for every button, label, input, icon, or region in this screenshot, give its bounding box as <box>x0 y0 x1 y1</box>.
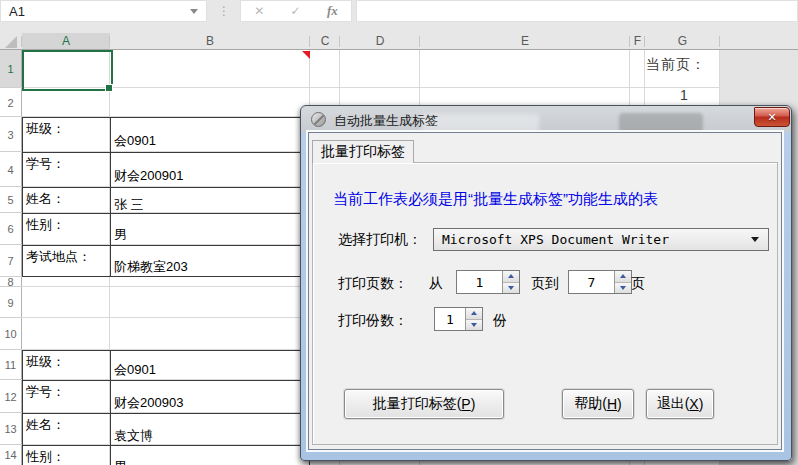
help-button[interactable]: 帮助(H) <box>562 389 634 419</box>
column-headers: A B C D E F G <box>0 33 798 50</box>
from-label: 从 <box>429 275 443 293</box>
formula-bar-grip-icon[interactable]: ⋮ <box>214 0 234 22</box>
row-header-2[interactable]: 2 <box>0 88 21 117</box>
column-header-b[interactable]: B <box>110 33 310 49</box>
column-header-e[interactable]: E <box>420 33 630 49</box>
enter-icon[interactable]: ✓ <box>291 4 301 18</box>
to-page-value: 7 <box>569 271 614 293</box>
notice-text: 当前工作表必须是用“批量生成标签”功能生成的表 <box>333 190 658 209</box>
dialog-app-icon <box>311 112 326 127</box>
cell-a3[interactable]: 班级： <box>26 120 65 138</box>
current-page-value[interactable]: 1 <box>672 87 696 103</box>
excel-window: A1 ⋮ ✕ ✓ fx A B C D E F G 1 2 3 4 5 6 7 … <box>0 0 798 465</box>
cell-a6[interactable]: 性别： <box>26 216 65 234</box>
copies-suffix: 份 <box>493 312 507 330</box>
spin-up-icon[interactable] <box>503 271 519 283</box>
to-page-spinner[interactable]: 7 <box>568 270 632 294</box>
glass-reflection <box>421 114 539 132</box>
cell-b5[interactable]: 张 三 <box>114 196 144 214</box>
button-mnemonic: P <box>461 396 470 412</box>
spin-down-icon[interactable] <box>615 283 631 294</box>
dialog-body: 批量打印标签 当前工作表必须是用“批量生成标签”功能生成的表 选择打印机： Mi… <box>309 133 781 449</box>
close-icon: ✕ <box>767 112 776 123</box>
cell-a12[interactable]: 学号： <box>26 383 65 401</box>
pages-label: 打印页数： <box>338 275 408 293</box>
from-page-spinner[interactable]: 1 <box>456 270 520 294</box>
row-header-11[interactable]: 11 <box>0 350 21 380</box>
row-header-14[interactable]: 14 <box>0 445 21 465</box>
cell-b11[interactable]: 会0901 <box>114 361 156 379</box>
current-page-label: 当前页： <box>646 56 716 74</box>
name-box-dropdown-icon[interactable] <box>190 9 198 14</box>
exit-button[interactable]: 退出(X) <box>646 389 714 419</box>
print-labels-dialog: 自动批量生成标签 ✕ 批量打印标签 当前工作表必须是用“批量生成标签”功能生成的… <box>300 105 792 461</box>
insert-function-icon[interactable]: fx <box>327 3 338 19</box>
batch-print-button[interactable]: 批量打印标签(P) <box>344 389 504 419</box>
select-all-corner[interactable] <box>5 36 17 48</box>
row-header-5[interactable]: 5 <box>0 187 21 213</box>
comment-marker-icon <box>302 51 310 59</box>
formula-bar-input[interactable] <box>356 0 798 22</box>
cell-b7[interactable]: 阶梯教室203 <box>114 258 188 276</box>
tab-batch-print-labels[interactable]: 批量打印标签 <box>312 140 414 163</box>
button-text: 帮助( <box>574 395 607 413</box>
cell-b6[interactable]: 男 <box>114 226 127 244</box>
column-header-g[interactable]: G <box>645 33 720 49</box>
row-header-4[interactable]: 4 <box>0 152 21 187</box>
button-text: ) <box>617 396 622 412</box>
row-header-9[interactable]: 9 <box>0 287 21 318</box>
glass-reflection <box>619 113 703 133</box>
column-header-c[interactable]: C <box>310 33 340 49</box>
cell-b12[interactable]: 财会200903 <box>114 394 183 412</box>
cell-b14[interactable]: 男 <box>114 458 127 465</box>
tab-label: 批量打印标签 <box>321 143 405 161</box>
copies-value: 1 <box>435 308 465 330</box>
spin-up-icon[interactable] <box>466 308 482 320</box>
cell-a4[interactable]: 学号： <box>26 155 65 173</box>
selected-cell-a1[interactable] <box>22 50 113 91</box>
cell-a14[interactable]: 性别： <box>26 448 65 465</box>
name-box-value: A1 <box>1 4 190 19</box>
cell-b13[interactable]: 袁文博 <box>114 427 153 445</box>
close-button[interactable]: ✕ <box>754 107 790 127</box>
column-header-d[interactable]: D <box>340 33 420 49</box>
row-header-7[interactable]: 7 <box>0 245 21 277</box>
copies-label: 打印份数： <box>338 312 408 330</box>
cell-a11[interactable]: 班级： <box>26 353 65 371</box>
printer-select[interactable]: Microsoft XPS Document Writer <box>433 228 769 251</box>
cell-b3[interactable]: 会0901 <box>114 132 156 150</box>
formula-bar-strip: A1 ⋮ ✕ ✓ fx <box>0 0 798 33</box>
spin-down-icon[interactable] <box>503 283 519 294</box>
spin-up-icon[interactable] <box>615 271 631 283</box>
row-header-13[interactable]: 13 <box>0 413 21 445</box>
copies-spinner[interactable]: 1 <box>434 307 483 331</box>
button-text: ) <box>471 396 476 412</box>
row-header-12[interactable]: 12 <box>0 380 21 413</box>
row-header-6[interactable]: 6 <box>0 213 21 245</box>
row-header-3[interactable]: 3 <box>0 117 21 152</box>
pages-suffix: 页 <box>631 275 645 293</box>
cell-a7[interactable]: 考试地点： <box>26 248 91 266</box>
dialog-title: 自动批量生成标签 <box>334 112 438 130</box>
to-label: 页到 <box>531 275 559 293</box>
chevron-down-icon[interactable] <box>751 237 759 242</box>
cell-b4[interactable]: 财会200901 <box>114 167 183 185</box>
button-mnemonic: H <box>607 396 617 412</box>
printer-selected-value: Microsoft XPS Document Writer <box>434 232 751 247</box>
button-mnemonic: X <box>689 396 698 412</box>
cell-a13[interactable]: 姓名： <box>26 416 65 434</box>
row-header-10[interactable]: 10 <box>0 318 21 350</box>
formula-bar-buttons: ✕ ✓ fx <box>240 0 352 22</box>
printer-label: 选择打印机： <box>338 231 422 249</box>
row-header-1[interactable]: 1 <box>0 50 21 88</box>
cancel-icon[interactable]: ✕ <box>254 4 264 18</box>
name-box[interactable]: A1 <box>0 0 207 22</box>
button-text: 批量打印标签( <box>373 395 462 413</box>
column-header-a[interactable]: A <box>22 33 110 49</box>
spin-down-icon[interactable] <box>466 320 482 331</box>
from-page-value: 1 <box>457 271 502 293</box>
column-header-f[interactable]: F <box>630 33 645 49</box>
fill-handle[interactable] <box>105 84 113 92</box>
dialog-titlebar[interactable]: 自动批量生成标签 ✕ <box>301 106 791 133</box>
cell-a5[interactable]: 姓名： <box>26 190 65 208</box>
